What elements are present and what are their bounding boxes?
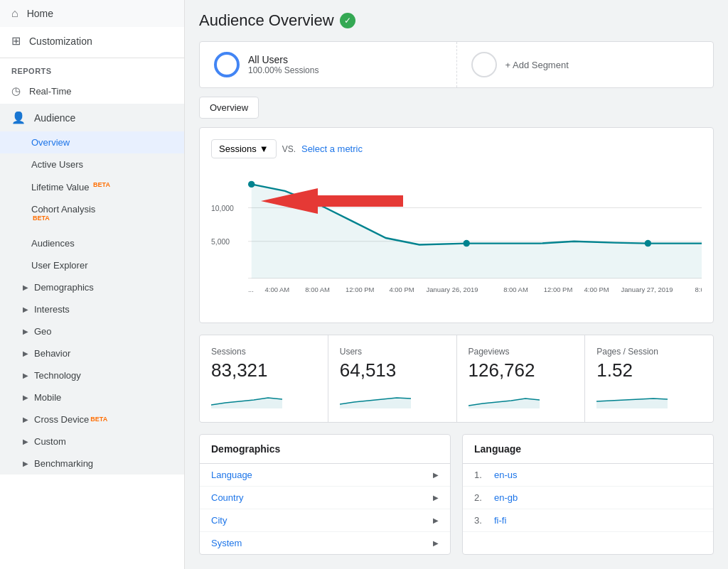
lang-row-3: 3. fi-fi [463, 509, 713, 532]
segment-info: All Users 100.00% Sessions [248, 54, 318, 75]
sidebar-item-mobile[interactable]: ▶ Mobile [0, 386, 184, 408]
svg-text:January 26, 2019: January 26, 2019 [426, 286, 478, 293]
svg-text:4:00 PM: 4:00 PM [389, 286, 414, 293]
custom-label: Custom [34, 436, 66, 447]
sidebar-item-benchmarking[interactable]: ▶ Benchmarking [0, 453, 184, 475]
sidebar-item-custom[interactable]: ▶ Custom [0, 430, 184, 453]
demo-row-system[interactable]: System ▶ [200, 532, 450, 554]
sidebar-item-geo[interactable]: ▶ Geo [0, 320, 184, 342]
lang-row-2: 2. en-gb [463, 487, 713, 509]
select-metric-link[interactable]: Select a metric [301, 143, 363, 154]
segment-bar: All Users 100.00% Sessions + Add Segment [199, 41, 714, 88]
behavior-label: Behavior [34, 348, 70, 359]
cross-device-label: Cross Device [34, 414, 89, 425]
lang-link-3[interactable]: fi-fi [494, 515, 506, 526]
verified-icon: ✓ [340, 13, 355, 28]
sparkline-pageviews [469, 387, 540, 408]
demo-row-language[interactable]: Language ▶ [200, 464, 450, 487]
sparkline-users [340, 387, 411, 408]
realtime-label: Real-Time [29, 86, 71, 97]
overview-label: Overview [31, 137, 70, 148]
demo-row-language-label: Language [211, 470, 252, 480]
svg-text:...: ... [248, 286, 254, 293]
sidebar-item-active-users[interactable]: Active Users [0, 153, 184, 175]
benchmarking-label: Benchmarking [34, 458, 93, 469]
metric-label-pageviews: Pageviews [469, 347, 574, 357]
metric-value-pages-per-session: 1.52 [596, 359, 702, 381]
svg-text:8:00 AM: 8:00 AM [503, 286, 528, 293]
sidebar-item-lifetime-value[interactable]: Lifetime Value BETA [0, 175, 184, 198]
sidebar-item-realtime[interactable]: ◷ Real-Time [0, 78, 184, 104]
sessions-dropdown-label: Sessions [219, 143, 257, 154]
lang-link-2[interactable]: en-gb [494, 492, 518, 503]
demo-row-country-arrow: ▶ [433, 494, 439, 502]
demographics-header: Demographics [200, 435, 450, 464]
line-chart: 10,000 5,000 ... 4:00 [211, 167, 702, 309]
custom-arrow: ▶ [23, 438, 28, 445]
sidebar-item-overview[interactable]: Overview [0, 131, 184, 153]
sidebar-item-behavior[interactable]: ▶ Behavior [0, 342, 184, 364]
add-segment-button[interactable]: + Add Segment [457, 42, 714, 87]
metric-value-sessions: 83,321 [211, 359, 316, 381]
audience-label: Audience [34, 112, 75, 124]
language-header: Language [463, 435, 713, 464]
main-content: Audience Overview ✓ All Users 100.00% Se… [185, 0, 728, 569]
metric-card-users: Users 64,513 [328, 335, 456, 422]
page-title-row: Audience Overview ✓ [199, 11, 714, 30]
sidebar-item-audiences[interactable]: Audiences [0, 232, 184, 254]
metric-selector-row: Sessions ▼ VS. Select a metric [211, 139, 702, 158]
audience-sub-items: Overview Active Users Lifetime Value BET… [0, 131, 184, 475]
cohort-analysis-beta: BETA [33, 215, 50, 222]
sidebar-item-audience[interactable]: 👤 Audience [0, 104, 184, 131]
home-icon: ⌂ [11, 7, 18, 20]
vs-label: VS. [282, 144, 296, 154]
lang-num-2: 2. [474, 492, 488, 503]
lifetime-value-label: Lifetime Value [31, 182, 89, 193]
lifetime-value-beta: BETA [93, 181, 110, 188]
sidebar-item-home[interactable]: ⌂ Home [0, 0, 184, 27]
interests-label: Interests [34, 304, 70, 315]
svg-text:12:00 PM: 12:00 PM [346, 286, 375, 293]
demo-row-country[interactable]: Country ▶ [200, 487, 450, 509]
sidebar-item-interests[interactable]: ▶ Interests [0, 298, 184, 320]
customization-icon: ⊞ [11, 34, 21, 48]
chart-with-arrow: 10,000 5,000 ... 4:00 [211, 167, 702, 311]
sidebar-item-technology[interactable]: ▶ Technology [0, 364, 184, 386]
metric-label-pages-per-session: Pages / Session [596, 347, 702, 357]
lang-num-3: 3. [474, 515, 488, 526]
reports-label: REPORTS [0, 61, 184, 78]
sidebar-item-cohort-analysis[interactable]: Cohort Analysis BETA [0, 198, 184, 232]
cross-device-arrow: ▶ [23, 416, 28, 423]
page-title: Audience Overview [199, 11, 334, 30]
audiences-label: Audiences [31, 238, 75, 249]
metrics-grid: Sessions 83,321 Users 64,513 Pageviews 1… [199, 335, 714, 423]
sidebar-item-demographics[interactable]: ▶ Demographics [0, 276, 184, 298]
lang-link-1[interactable]: en-us [494, 470, 518, 480]
tab-overview[interactable]: Overview [199, 97, 259, 119]
sparkline-pages-per-session [596, 387, 668, 408]
sidebar-item-user-explorer[interactable]: User Explorer [0, 254, 184, 276]
sidebar-item-cross-device[interactable]: ▶ Cross Device BETA [0, 408, 184, 430]
mobile-label: Mobile [34, 392, 61, 403]
svg-text:8:0...: 8:0... [695, 286, 702, 293]
segment-all-users[interactable]: All Users 100.00% Sessions [200, 42, 457, 87]
sessions-dropdown[interactable]: Sessions ▼ [211, 139, 277, 158]
home-label: Home [27, 8, 53, 19]
demo-row-city[interactable]: City ▶ [200, 509, 450, 532]
add-segment-label: + Add Segment [505, 60, 569, 70]
demo-row-city-label: City [211, 515, 227, 526]
svg-text:January 27, 2019: January 27, 2019 [621, 286, 673, 293]
metric-value-users: 64,513 [340, 359, 445, 381]
mobile-arrow: ▶ [23, 394, 28, 401]
svg-text:4:00 PM: 4:00 PM [584, 286, 609, 293]
demographics-arrow: ▶ [23, 283, 28, 291]
lang-num-1: 1. [474, 470, 488, 480]
behavior-arrow: ▶ [23, 349, 28, 357]
audience-icon: 👤 [11, 111, 26, 124]
sidebar: ⌂ Home ⊞ Customization REPORTS ◷ Real-Ti… [0, 0, 185, 569]
interests-arrow: ▶ [23, 305, 28, 313]
segment-name: All Users [248, 54, 318, 65]
sidebar-item-customization[interactable]: ⊞ Customization [0, 27, 184, 55]
metric-label-sessions: Sessions [211, 347, 316, 357]
geo-arrow: ▶ [23, 327, 28, 335]
